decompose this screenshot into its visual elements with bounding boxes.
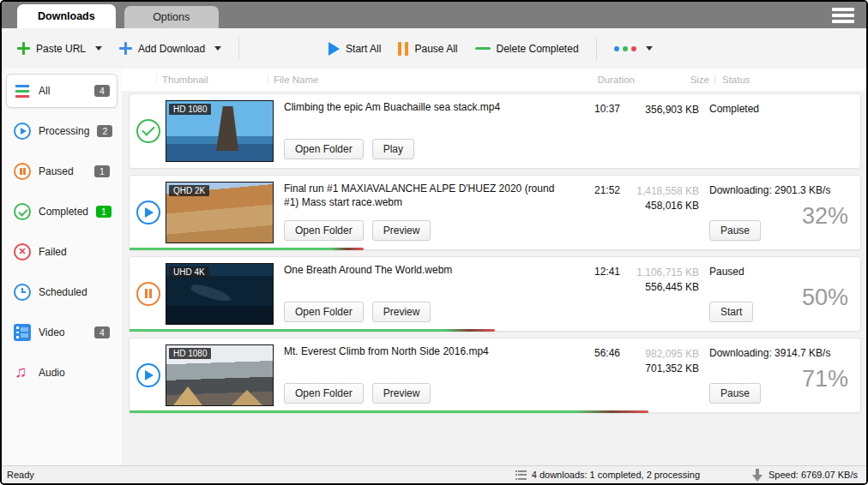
sidebar-item-failed[interactable]: Failed: [6, 235, 118, 269]
file-name: One Breath Around The World.webm: [284, 264, 562, 278]
column-header-thumbnail[interactable]: Thumbnail: [156, 75, 268, 85]
completed-state-icon: [136, 119, 160, 143]
pause-all-button[interactable]: Pause All: [391, 37, 464, 61]
start-all-label: Start All: [346, 43, 381, 55]
download-row[interactable]: UHD 4K One Breath Around The World.webm …: [129, 256, 861, 332]
size-downloaded: 458,016 KB: [620, 199, 699, 213]
video-thumbnail[interactable]: HD 1080: [166, 344, 274, 406]
tab-downloads-label: Downloads: [38, 10, 95, 22]
sidebar-item-label: Video: [39, 326, 87, 338]
status-text: Completed: [709, 103, 860, 115]
video-thumbnail[interactable]: QHD 2K: [166, 182, 274, 243]
delete-completed-label: Delete Completed: [497, 43, 579, 55]
play-preview-button[interactable]: Preview: [372, 220, 431, 241]
size-total: 356,903 KB: [620, 103, 699, 117]
file-name: Mt. Everest Climb from North Side 2016.m…: [284, 345, 562, 359]
open-folder-button[interactable]: Open Folder: [284, 302, 364, 322]
downloading-state-icon: [136, 363, 160, 387]
count-badge: 4: [94, 326, 110, 338]
quality-badge: QHD 2K: [169, 185, 209, 196]
column-header-status[interactable]: Status: [715, 75, 866, 85]
pause-start-button[interactable]: Start: [709, 302, 753, 322]
status-text: Downloading: 2901.3 KB/s: [709, 184, 860, 196]
add-download-label: Add Download: [138, 43, 205, 55]
tab-options[interactable]: Options: [124, 6, 219, 28]
three-dots-icon: [614, 46, 636, 51]
play-icon: [329, 42, 340, 56]
toolbar-separator: [596, 38, 597, 60]
progress-percent: 32%: [802, 203, 848, 230]
more-actions-button[interactable]: [607, 41, 660, 57]
play-preview-button[interactable]: Play: [372, 139, 414, 159]
completed-icon: [14, 203, 31, 220]
status-ready-label: Ready: [7, 470, 515, 480]
duration-value: 21:52: [567, 176, 620, 249]
delete-line-icon: [475, 47, 491, 50]
sidebar-item-label: Scheduled: [39, 286, 110, 298]
paste-url-button[interactable]: Paste URL: [10, 37, 109, 60]
progress-bar: [130, 329, 495, 332]
progress-percent: 71%: [802, 366, 848, 392]
paused-icon: [14, 163, 31, 180]
tab-options-label: Options: [153, 11, 190, 23]
pause-start-button[interactable]: Pause: [709, 220, 761, 241]
speed-label: Speed: 6769.07 KB/s: [769, 470, 858, 480]
tab-bar: Downloads Options: [2, 2, 866, 28]
chevron-down-icon[interactable]: [214, 46, 221, 51]
size-downloaded: 701,352 KB: [620, 362, 699, 376]
sidebar-item-label: Paused: [39, 165, 87, 177]
download-row[interactable]: HD 1080 Mt. Everest Climb from North Sid…: [129, 338, 861, 413]
duration-value: 56:46: [567, 338, 620, 412]
scheduled-icon: [14, 284, 31, 301]
sidebar-item-all[interactable]: All 4: [6, 74, 118, 108]
size-total: 1,418,558 KB: [620, 184, 699, 199]
pause-all-label: Pause All: [414, 43, 457, 55]
count-badge: 1: [96, 206, 112, 218]
sidebar-item-label: Failed: [39, 246, 110, 258]
play-preview-button[interactable]: Preview: [372, 302, 431, 322]
downloading-state-icon: [136, 201, 160, 225]
download-row[interactable]: HD 1080 Climbing the epic Am Buachaille …: [129, 93, 861, 169]
download-arrow-icon: [751, 469, 763, 482]
start-all-button[interactable]: Start All: [322, 37, 388, 61]
chevron-down-icon[interactable]: [95, 46, 102, 51]
quality-badge: HD 1080: [169, 348, 211, 359]
all-icon: [14, 82, 31, 99]
tab-downloads[interactable]: Downloads: [17, 4, 116, 28]
column-header-size[interactable]: Size: [640, 75, 715, 85]
column-header-duration[interactable]: Duration: [583, 75, 640, 85]
delete-completed-button[interactable]: Delete Completed: [468, 38, 586, 60]
pause-start-button[interactable]: Pause: [709, 383, 761, 404]
downloads-summary-label: 4 downloads: 1 completed, 2 processing: [532, 470, 700, 480]
video-thumbnail[interactable]: UHD 4K: [166, 263, 274, 325]
open-folder-button[interactable]: Open Folder: [284, 383, 364, 404]
play-preview-button[interactable]: Preview: [372, 383, 431, 404]
list-icon: [515, 470, 527, 480]
sidebar-item-scheduled[interactable]: Scheduled: [6, 275, 118, 309]
downloads-summary: 4 downloads: 1 completed, 2 processing: [515, 470, 700, 480]
download-row[interactable]: QHD 2K Final run #1 MAXIAVALANCHE ALPE D…: [129, 175, 861, 250]
video-thumbnail[interactable]: HD 1080: [166, 100, 274, 162]
sidebar-item-processing[interactable]: Processing 2: [6, 114, 118, 148]
count-badge: 1: [94, 165, 110, 177]
quality-badge: UHD 4K: [169, 266, 209, 278]
count-badge: 2: [97, 125, 112, 137]
sidebar-item-completed[interactable]: Completed 1: [6, 195, 118, 229]
sidebar-item-video[interactable]: Video 4: [6, 315, 118, 350]
sidebar-item-audio[interactable]: Audio: [6, 356, 118, 390]
app-window: Downloads Options Paste URL Add Download…: [0, 0, 868, 485]
plus-icon: [119, 42, 132, 55]
sidebar-item-label: Processing: [39, 125, 89, 137]
file-name: Climbing the epic Am Buachaille sea stac…: [284, 101, 562, 115]
duration-value: 12:41: [567, 257, 620, 331]
open-folder-button[interactable]: Open Folder: [284, 139, 364, 159]
column-header-file-name[interactable]: File Name: [268, 75, 583, 85]
hamburger-menu-icon[interactable]: [832, 8, 854, 23]
sidebar-item-paused[interactable]: Paused 1: [6, 154, 118, 189]
download-rows: HD 1080 Climbing the epic Am Buachaille …: [122, 91, 866, 465]
open-folder-button[interactable]: Open Folder: [284, 220, 364, 241]
add-download-button[interactable]: Add Download: [112, 37, 228, 60]
size-total: 982,095 KB: [620, 347, 699, 362]
progress-bar: [130, 248, 364, 250]
duration-value: 10:37: [567, 94, 620, 168]
